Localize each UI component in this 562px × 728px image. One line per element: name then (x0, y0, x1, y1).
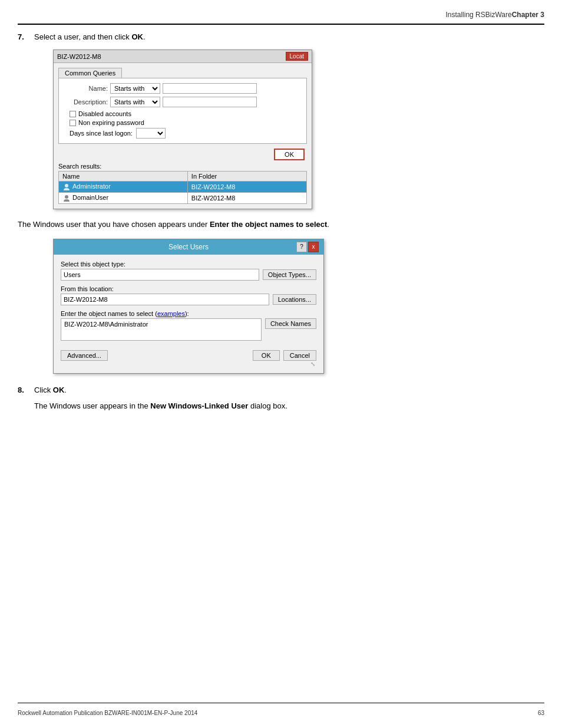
object-types-btn[interactable]: Object Types... (263, 269, 316, 280)
desc-starts-select[interactable]: Starts with (110, 97, 160, 107)
dialog1-ok-btn[interactable]: OK (274, 149, 305, 160)
chapter-label: Chapter 3 (512, 11, 544, 19)
results-table: Name In Folder (58, 171, 307, 204)
page-footer: Rockwell Automation Publication BZWARE-I… (18, 710, 544, 716)
dialog2-close-btn[interactable]: x (308, 242, 319, 252)
names-input-row: BIZ-W2012-M8\Administrator Check Names (61, 318, 316, 345)
dialog2-title: Select Users (81, 243, 296, 251)
names-section-label: Enter the object names to select (exampl… (61, 310, 316, 317)
dialog2-help-btn[interactable]: ? (296, 242, 307, 252)
main-content: 7. Select a user, and then click OK. BIZ… (18, 32, 544, 420)
table-row[interactable]: DomainUser BIZ-W2012-M8 (59, 193, 307, 204)
object-type-row: Object Types... (61, 269, 316, 281)
step8-text: Click OK. (34, 386, 67, 394)
row2-folder: BIZ-W2012-M8 (187, 193, 306, 204)
days-label: Days since last logon: (70, 130, 133, 137)
step8-paragraph: The Windows user appears in the New Wind… (34, 400, 544, 412)
desc-input[interactable] (163, 97, 257, 107)
step8-bold: OK (53, 386, 65, 394)
row1-name: Administrator (59, 182, 188, 193)
names-label-end: ): (185, 310, 189, 317)
location-label: From this location: (61, 285, 316, 292)
step7-bold: OK (131, 32, 143, 41)
paragraph-between: The Windows user that you have chosen ap… (18, 219, 544, 230)
step8-para-text2: dialog box. (248, 401, 287, 410)
step8-text-before: Click (34, 386, 53, 394)
advanced-btn[interactable]: Advanced... (61, 350, 108, 361)
days-select[interactable] (136, 128, 166, 139)
footer-left: Rockwell Automation Publication BZWARE-I… (18, 710, 197, 716)
dialog1-locate-btn[interactable]: Locat (286, 52, 308, 61)
names-label-text: Enter the object names to select ( (61, 310, 157, 317)
nonexpiring-label: Non expiring password (78, 119, 144, 126)
dialog2-bottom-row: Advanced... OK Cancel (61, 350, 316, 361)
header-text: Installing RSBizWare (445, 11, 511, 19)
step7-number: 7. (18, 32, 34, 41)
col-name: Name (59, 172, 188, 182)
object-type-input[interactable] (61, 269, 259, 281)
days-row: Days since last logon: (70, 128, 302, 139)
dialog1-titlebar: BIZ-W2012-M8 Locat (54, 50, 312, 63)
dialog2-ok-btn[interactable]: OK (253, 350, 280, 361)
table-row[interactable]: Administrator BIZ-W2012-M8 (59, 182, 307, 193)
search-results-label: Search results: (58, 163, 307, 170)
location-input[interactable] (61, 294, 269, 305)
examples-link[interactable]: examples (157, 310, 185, 317)
dialog2: Select Users ? x Select this object type… (53, 239, 324, 374)
dialog1-container: BIZ-W2012-M8 Locat Common Queries Name: … (53, 50, 544, 209)
dialog1-body: Common Queries Name: Starts with Descrip… (54, 63, 312, 209)
step7-row: 7. Select a user, and then click OK. (18, 32, 544, 41)
resize-handle-row: ⤡ (61, 361, 316, 367)
para-bold: Enter the object names to select (210, 220, 327, 229)
dialog2-title-btns: ? x (296, 242, 319, 252)
dialog1: BIZ-W2012-M8 Locat Common Queries Name: … (53, 50, 312, 209)
page-header: Installing RSBizWareChapter 3 (445, 11, 544, 19)
dialog1-title: BIZ-W2012-M8 (57, 53, 101, 60)
dialog1-tab[interactable]: Common Queries (58, 68, 122, 78)
step8-para-bold: New Windows-Linked User (150, 401, 248, 410)
dialog2-titlebar: Select Users ? x (54, 239, 323, 255)
names-area[interactable]: BIZ-W2012-M8\Administrator (61, 318, 262, 341)
disabled-accounts-row: Disabled accounts (70, 110, 302, 117)
names-text: BIZ-W2012-M8\Administrator (64, 321, 148, 328)
nonexpiring-row: Non expiring password (70, 119, 302, 126)
disabled-label: Disabled accounts (78, 110, 131, 117)
name-input[interactable] (163, 83, 257, 94)
dialog2-body: Select this object type: Object Types...… (54, 255, 323, 373)
footer-right: 63 (538, 710, 544, 716)
step8-para-text: The Windows user appears in the (34, 401, 150, 410)
row1-folder: BIZ-W2012-M8 (187, 182, 306, 193)
dialog2-bottom-right: OK Cancel (253, 350, 316, 361)
svg-point-0 (65, 184, 68, 187)
step8-row: 8. Click OK. (18, 386, 544, 394)
name-label: Name: (64, 85, 108, 92)
desc-label: Description: (64, 98, 108, 106)
check-names-btn[interactable]: Check Names (265, 318, 316, 329)
dialog1-ok-row: OK (58, 149, 307, 160)
dialog2-cancel-btn[interactable]: Cancel (283, 350, 316, 361)
svg-point-1 (65, 195, 68, 199)
step8-period: . (64, 386, 67, 394)
dialog2-wrapper: Select Users ? x Select this object type… (53, 239, 544, 374)
nonexpiring-checkbox[interactable] (70, 120, 76, 126)
dialog1-tab-area: Name: Starts with Description: Starts wi… (58, 78, 307, 144)
footer-rule (18, 703, 544, 703)
disabled-checkbox[interactable] (70, 111, 76, 117)
location-row: Locations... (61, 294, 316, 305)
step7-period: . (143, 32, 146, 41)
name-field-row: Name: Starts with (64, 83, 302, 94)
col-folder: In Folder (187, 172, 306, 182)
para-period: . (327, 220, 329, 229)
name-starts-select[interactable]: Starts with (110, 83, 160, 94)
para-text: The Windows user that you have chosen ap… (18, 220, 210, 229)
object-type-label: Select this object type: (61, 261, 316, 268)
locations-btn[interactable]: Locations... (273, 294, 316, 305)
step8-number: 8. (18, 386, 34, 394)
user-icon-1 (62, 183, 71, 191)
resize-icon: ⤡ (310, 361, 315, 367)
step7-text-before: Select a user, and then click (34, 32, 131, 41)
header-rule (18, 24, 544, 25)
user-icon-2 (62, 194, 71, 202)
step7-text: Select a user, and then click OK. (34, 32, 146, 41)
row2-name: DomainUser (59, 193, 188, 204)
